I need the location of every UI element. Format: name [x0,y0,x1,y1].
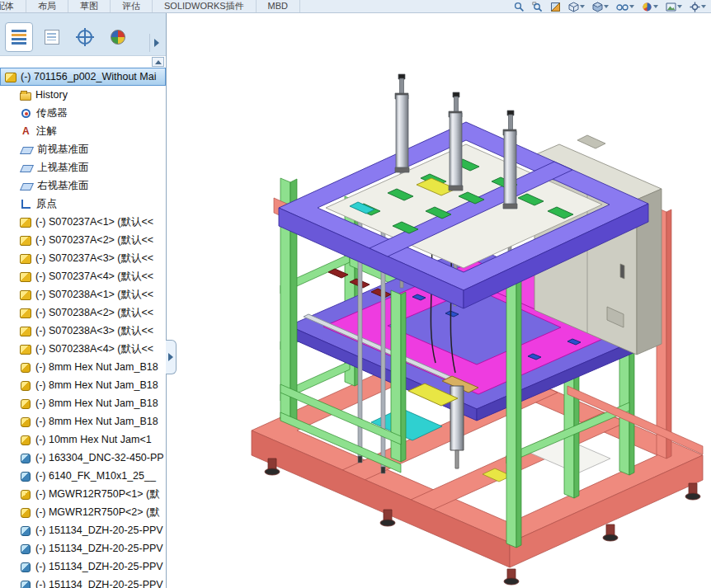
tree-item-icon [20,236,31,246]
tree-item[interactable]: (-) 8mm Hex Nut Jam_B18 [0,376,166,394]
tree-item-icon [20,308,31,318]
dropdown-caret-icon [580,5,585,8]
tree-root-item[interactable]: (-) 701156_p002_Without Mai [0,68,166,86]
tree-item-icon [21,381,31,391]
tree-item[interactable]: (-) S070237A<4> (默认<< [0,267,166,285]
command-tab[interactable]: 评估 [111,0,153,13]
command-tab[interactable]: 草图 [68,0,111,13]
tree-item-icon [21,508,31,518]
tree-item[interactable]: (-) 151134_DZH-20-25-PPV [0,539,166,557]
tree-item-label: (-) S070238A<1> (默认<< [35,288,153,302]
tree-item[interactable]: (-) 151134_DZH-20-25-PPV [0,576,166,588]
tree-item-label: (-) 151134_DZH-20-25-PPV [35,561,163,572]
tree-item[interactable]: 原点 [0,195,166,213]
tree-item[interactable]: 上视基准面 [0,158,166,176]
edit-appearance-icon[interactable] [642,1,658,12]
tree-item-label: 右视基准面 [37,179,89,193]
featuremanager-tree-icon [12,30,26,45]
displaymanager-tab[interactable] [104,22,132,52]
flyout-expand-icon [168,353,173,361]
tree-item-icon [20,125,32,138]
scroll-up-arrow-icon [155,60,162,64]
tree-item-icon [20,327,31,336]
tree-item[interactable]: (-) 8mm Hex Nut Jam_B18 [0,358,166,376]
featuremanager-design-tree-tab[interactable] [5,22,33,52]
tree-item[interactable]: 传感器 [0,104,166,122]
tree-item[interactable]: 前视基准面 [0,140,166,158]
tree-item-icon [20,272,31,282]
tree-item[interactable]: (-) 151134_DZH-20-25-PPV [0,521,166,539]
tree-item[interactable]: (-) S070238A<3> (默认<< [0,322,166,340]
tree-item[interactable]: (-) 10mm Hex Nut Jam<1 [0,430,166,449]
tree-item[interactable]: (-) S070237A<1> (默认<< [0,213,166,231]
display-style-icon[interactable] [592,1,609,12]
tree-item-label: 前视基准面 [37,143,89,157]
assembly-model[interactable] [167,13,711,588]
panel-tab-bar [0,13,166,56]
tree-item-icon [20,218,31,228]
tree-item-icon [21,109,31,118]
feature-tree: History 传感器 注解 [0,86,166,588]
tree-item[interactable]: History [0,86,166,104]
hide-show-items-icon[interactable] [616,1,634,12]
tree-item-icon [21,472,31,482]
dropdown-caret-icon [604,5,609,8]
tree-item-label: (-) S070237A<2> (默认<< [35,233,153,247]
tree-item-label: (-) S070238A<3> (默认<< [35,324,153,338]
tree-item[interactable]: 右视基准面 [0,176,166,195]
tree-item-icon [21,417,31,427]
tree-item[interactable]: (-) 151134_DZH-20-25-PPV [0,557,166,576]
tree-item-icon [20,254,31,264]
tree-item-icon [21,490,31,500]
command-tab[interactable]: SOLIDWORKS插件 [153,0,257,13]
feature-tree-area: (-) 701156_p002_Without Mai History 传感器 [0,56,166,588]
tree-item-label: (-) S070237A<4> (默认<< [35,270,153,284]
tree-item-icon [21,581,31,588]
tree-item-icon [20,92,31,101]
tree-item-label: (-) MGWR12R750P<2> (默 [35,506,160,520]
tree-item-icon [21,544,31,554]
tree-item-label: 上视基准面 [37,161,89,175]
tree-item[interactable]: (-) S070237A<2> (默认<< [0,231,166,249]
dropdown-caret-icon [677,5,682,8]
view-settings-icon[interactable] [690,1,706,12]
feature-manager-panel: (-) 701156_p002_Without Mai History 传感器 [0,13,167,588]
solidworks-window: 装配体 布局 草图 评估 SOLIDWORKS插件 MBD [0,0,711,588]
tree-item-label: (-) 8mm Hex Nut Jam_B18 [35,397,158,409]
tree-item[interactable]: (-) S070238A<4> (默认<< [0,340,166,358]
dropdown-caret-icon [701,5,706,8]
zoom-fit-icon[interactable] [514,1,525,12]
tree-item[interactable]: (-) 6140_FK_M10x1_25__ [0,467,166,485]
tree-item[interactable]: (-) 8mm Hex Nut Jam_B18 [0,394,166,412]
tree-item[interactable]: (-) S070238A<2> (默认<< [0,303,166,322]
tree-item[interactable]: 注解 [0,122,166,140]
tree-item[interactable]: (-) MGWR12R750P<1> (默 [0,485,166,503]
tree-item[interactable]: (-) 163304_DNC-32-450-PP [0,449,166,467]
tree-item-icon [21,399,31,409]
configurationmanager-tab[interactable] [71,22,99,52]
zoom-area-icon[interactable] [532,1,543,12]
tree-item[interactable]: (-) 8mm Hex Nut Jam_B18 [0,412,166,430]
dropdown-caret-icon [629,5,634,8]
tree-item-icon [20,290,31,300]
tree-item[interactable]: (-) MGWR12R750P<2> (默 [0,503,166,521]
command-tab[interactable]: MBD [257,0,300,13]
tree-item-label: (-) 8mm Hex Nut Jam_B18 [35,361,158,373]
tree-item-icon [21,526,31,536]
tree-item[interactable]: (-) S070237A<3> (默认<< [0,249,166,267]
section-view-icon[interactable] [550,1,561,12]
tree-item-label: (-) S070237A<1> (默认<< [35,215,153,229]
command-tab[interactable]: 布局 [26,0,68,13]
configurationmanager-icon [78,30,92,45]
tree-item-label: History [35,89,68,101]
view-orientation-icon[interactable] [568,1,585,12]
graphics-viewport[interactable] [167,13,711,588]
tree-scroll-up-button[interactable] [152,57,164,67]
command-tab[interactable]: 装配体 [0,0,26,13]
tree-item[interactable]: (-) S070238A<1> (默认<< [0,285,166,303]
propertymanager-tab[interactable] [38,22,66,52]
command-manager-bar: 装配体 布局 草图 评估 SOLIDWORKS插件 MBD [0,0,711,13]
panel-expand-chevron[interactable] [149,34,162,52]
panel-flyout-handle[interactable] [166,340,177,374]
apply-scene-icon[interactable] [666,1,682,12]
